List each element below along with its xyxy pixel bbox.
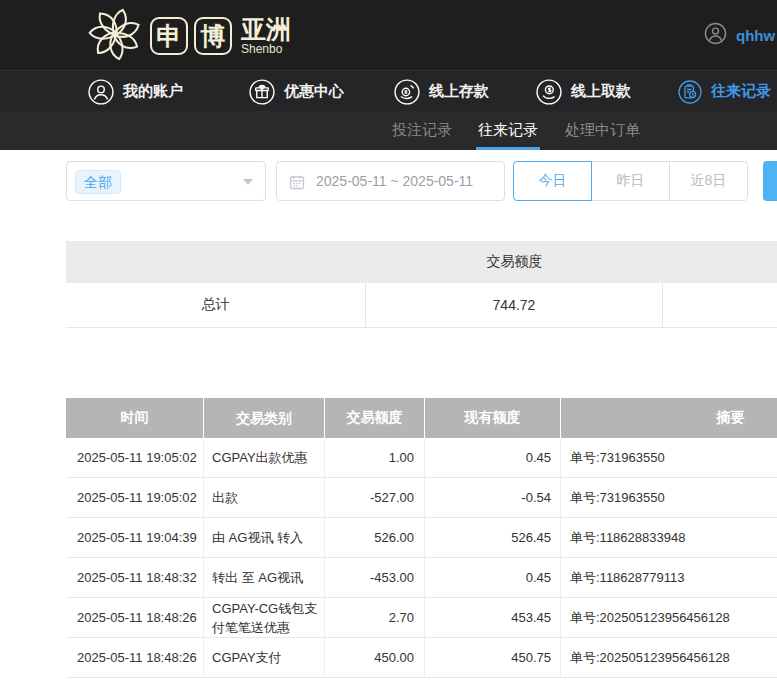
summary-header-label: 交易额度 [366, 253, 663, 271]
username: qhhw [736, 27, 775, 44]
user-icon [88, 79, 114, 105]
nav-item-deposit[interactable]: 线上存款 [394, 71, 489, 112]
date-range-input[interactable]: 2025-05-11 ~ 2025-05-11 [276, 161, 505, 201]
summary-header-row: 交易额度 [66, 241, 777, 283]
cell-amount: -453.00 [325, 558, 425, 597]
nav-item-my-account[interactable]: 我的账户 [88, 71, 183, 112]
cell-summary: 单号:731963550 [561, 478, 777, 517]
user-account[interactable]: qhhw [704, 22, 775, 49]
gift-icon [249, 79, 275, 105]
cell-balance: -0.54 [425, 478, 561, 517]
cell-amount: 1.00 [325, 438, 425, 477]
column-header-summary: 摘要 [561, 398, 777, 438]
cell-time: 2025-05-11 18:48:32 [66, 558, 204, 597]
logo-char-bo: 博 [194, 17, 232, 55]
nav-label: 线上取款 [571, 82, 631, 101]
table-row: 2025-05-11 18:48:26 CGPAY-CG钱包支付笔笔送优惠 2.… [66, 598, 777, 638]
type-select[interactable]: 全部 [66, 161, 266, 201]
nav-label: 往来记录 [711, 82, 771, 101]
summary-total-value: 744.72 [366, 283, 663, 327]
nav-label: 我的账户 [123, 82, 183, 101]
cell-balance: 0.45 [425, 558, 561, 597]
tab-betting-records[interactable]: 投注记录 [392, 111, 452, 150]
tab-transaction-records[interactable]: 往来记录 [478, 111, 538, 150]
transactions-header-row: 时间 交易类别 交易额度 现有额度 摘要 [66, 398, 777, 438]
summary-total-row: 总计 744.72 [66, 283, 777, 328]
nav-item-promotions[interactable]: 优惠中心 [249, 71, 344, 112]
nav-label: 优惠中心 [284, 82, 344, 101]
brand-logo[interactable]: 申 博 亚洲 Shenbo [86, 5, 291, 67]
logo-subtitle: Shenbo [241, 42, 291, 56]
cell-time: 2025-05-11 18:48:26 [66, 638, 204, 677]
tab-processing-orders[interactable]: 处理中订单 [565, 111, 640, 150]
column-header-balance: 现有额度 [425, 398, 561, 438]
cell-type: 由 AG视讯 转入 [204, 518, 325, 557]
logo-region: 亚洲 Shenbo [241, 17, 291, 56]
cell-type: CGPAY出款优惠 [204, 438, 325, 477]
cell-amount: -527.00 [325, 478, 425, 517]
table-row: 2025-05-11 19:04:39 由 AG视讯 转入 526.00 526… [66, 518, 777, 558]
table-row: 2025-05-11 19:05:02 CGPAY出款优惠 1.00 0.45 … [66, 438, 777, 478]
transactions-table: 时间 交易类别 交易额度 现有额度 摘要 2025-05-11 19:05:02… [66, 398, 777, 678]
date-range-value: 2025-05-11 ~ 2025-05-11 [316, 162, 473, 200]
yesterday-button[interactable]: 昨日 [591, 161, 670, 201]
deposit-icon [394, 79, 420, 105]
cell-summary: 单号:118628833948 [561, 518, 777, 557]
withdraw-icon [536, 79, 562, 105]
cell-summary: 单号:202505123956456128 [561, 598, 777, 637]
cell-amount: 526.00 [325, 518, 425, 557]
cell-balance: 450.75 [425, 638, 561, 677]
cell-summary: 单号:118628779113 [561, 558, 777, 597]
cell-time: 2025-05-11 19:05:02 [66, 478, 204, 517]
summary-table: 交易额度 总计 744.72 [66, 241, 777, 328]
nav-item-withdraw[interactable]: 线上取款 [536, 71, 631, 112]
cell-time: 2025-05-11 19:05:02 [66, 438, 204, 477]
summary-row-label: 总计 [66, 283, 366, 327]
search-button[interactable] [763, 161, 777, 201]
last-8-days-button[interactable]: 近8日 [669, 161, 748, 201]
cell-type: 出款 [204, 478, 325, 517]
logo-char-shen: 申 [150, 17, 188, 55]
records-icon [678, 80, 702, 104]
cell-amount: 2.70 [325, 598, 425, 637]
cell-summary: 单号:202505123956456128 [561, 638, 777, 677]
chevron-down-icon [243, 179, 253, 185]
column-header-type: 交易类别 [204, 398, 325, 438]
table-row: 2025-05-11 18:48:32 转出 至 AG视讯 -453.00 0.… [66, 558, 777, 598]
table-row: 2025-05-11 19:05:02 出款 -527.00 -0.54 单号:… [66, 478, 777, 518]
cell-summary: 单号:731963550 [561, 438, 777, 477]
cell-balance: 526.45 [425, 518, 561, 557]
cell-type: CGPAY支付 [204, 638, 325, 677]
sub-nav: 投注记录 往来记录 处理中订单 [0, 111, 777, 150]
nav-item-transaction-records[interactable]: 往来记录 [678, 71, 771, 112]
user-avatar-icon [704, 22, 727, 49]
cell-balance: 0.45 [425, 438, 561, 477]
column-header-time: 时间 [66, 398, 204, 438]
selected-type-tag[interactable]: 全部 [75, 170, 121, 194]
top-header: 申 博 亚洲 Shenbo qhhw [0, 0, 777, 70]
table-row: 2025-05-11 18:48:26 CGPAY支付 450.00 450.7… [66, 638, 777, 678]
column-header-amount: 交易额度 [325, 398, 425, 438]
main-nav: 我的账户 优惠中心 [0, 70, 777, 111]
today-button[interactable]: 今日 [513, 161, 592, 201]
nav-label: 线上存款 [429, 82, 489, 101]
cell-time: 2025-05-11 18:48:26 [66, 598, 204, 637]
cell-time: 2025-05-11 19:04:39 [66, 518, 204, 557]
flower-logo-icon [86, 5, 144, 67]
cell-type: 转出 至 AG视讯 [204, 558, 325, 597]
cell-balance: 453.45 [425, 598, 561, 637]
cell-type: CGPAY-CG钱包支付笔笔送优惠 [204, 598, 325, 637]
cell-amount: 450.00 [325, 638, 425, 677]
quick-date-buttons: 今日 昨日 近8日 [513, 161, 748, 201]
page: 申 博 亚洲 Shenbo qhhw [0, 0, 777, 680]
summary-empty-cell [663, 283, 777, 327]
logo-region-text: 亚洲 [241, 17, 291, 42]
